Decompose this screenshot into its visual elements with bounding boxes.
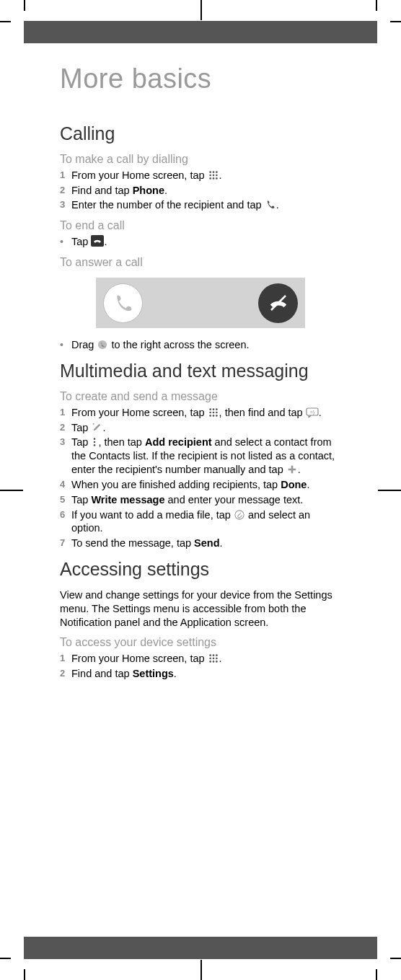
apps-grid-icon xyxy=(208,653,219,663)
step-text: Find and tap Phone. xyxy=(71,184,341,198)
step-text: Find and tap Settings. xyxy=(71,667,341,681)
step-text: Tap . xyxy=(71,421,341,435)
subheading-end-call: To end a call xyxy=(60,219,341,232)
svg-point-31 xyxy=(216,655,218,657)
crop-mark xyxy=(0,958,11,959)
subheading-dialling: To make a call by dialling xyxy=(60,153,341,166)
step-row: 6 If you want to add a media file, tap a… xyxy=(60,508,341,536)
step-number: 3 xyxy=(60,198,71,212)
subheading-create-message: To create and send a message xyxy=(60,390,341,403)
step-row: 1 From your Home screen, tap . xyxy=(60,169,341,182)
header-bar xyxy=(24,21,377,43)
step-text: From your Home screen, tap . xyxy=(71,652,341,666)
plus-icon xyxy=(286,464,298,474)
steps-access-settings: 1 From your Home screen, tap . 2 Find an… xyxy=(60,652,341,681)
svg-point-2 xyxy=(216,171,218,173)
drag-handle-icon xyxy=(97,340,108,350)
answer-call-figure xyxy=(60,278,341,328)
page-content: More basics Calling To make a call by di… xyxy=(24,43,377,937)
settings-paragraph: View and change settings for your device… xyxy=(60,588,341,630)
svg-point-35 xyxy=(209,661,211,663)
step-text: Tap , then tap Add recipient and select … xyxy=(71,436,341,477)
messaging-app-icon: =) xyxy=(306,407,319,418)
svg-point-7 xyxy=(212,177,214,180)
svg-point-20 xyxy=(216,415,218,417)
svg-point-36 xyxy=(212,661,214,663)
crop-mark xyxy=(378,490,401,491)
answer-call-slider xyxy=(96,278,305,328)
crop-mark xyxy=(376,0,377,11)
svg-point-3 xyxy=(209,174,211,176)
svg-point-19 xyxy=(212,415,214,417)
svg-point-34 xyxy=(216,658,218,660)
svg-point-12 xyxy=(209,408,211,410)
call-icon xyxy=(265,200,276,210)
steps-create-message: 1 From your Home screen, tap , then find… xyxy=(60,406,341,550)
svg-point-5 xyxy=(216,174,218,176)
step-number: 1 xyxy=(60,169,71,182)
bullet-row: Tap . xyxy=(60,235,341,249)
svg-point-30 xyxy=(212,655,214,657)
bullet-text: Tap . xyxy=(71,235,341,249)
answer-button-icon xyxy=(103,283,143,323)
svg-point-14 xyxy=(216,408,218,410)
crop-mark xyxy=(376,969,377,980)
step-number: 2 xyxy=(60,184,71,198)
crop-mark xyxy=(0,21,11,22)
svg-point-29 xyxy=(209,655,211,657)
bullets-end-call: Tap . xyxy=(60,235,341,249)
step-row: 1 From your Home screen, tap . xyxy=(60,652,341,666)
steps-dialling: 1 From your Home screen, tap . 2 Find an… xyxy=(60,169,341,213)
svg-point-13 xyxy=(212,408,214,410)
step-row: 3 Tap , then tap Add recipient and selec… xyxy=(60,436,341,477)
step-row: 7 To send the message, tap Send. xyxy=(60,537,341,550)
apps-grid-icon xyxy=(208,407,219,418)
step-number: 6 xyxy=(60,508,71,536)
svg-point-15 xyxy=(209,411,211,413)
bullets-answer-call: Drag to the right across the screen. xyxy=(60,338,341,352)
svg-point-0 xyxy=(209,171,211,173)
step-text: Tap Write message and enter your message… xyxy=(71,493,341,507)
new-message-icon xyxy=(91,423,102,433)
step-row: 2 Tap . xyxy=(60,421,341,435)
step-text: Enter the number of the recipient and ta… xyxy=(71,198,341,212)
subheading-access-settings: To access your device settings xyxy=(60,636,341,649)
section-heading-settings: Accessing settings xyxy=(60,559,341,580)
attachment-icon xyxy=(234,510,245,520)
svg-point-23 xyxy=(94,438,96,441)
svg-point-6 xyxy=(209,177,211,180)
svg-point-24 xyxy=(94,441,96,443)
crop-mark xyxy=(0,490,23,491)
svg-point-37 xyxy=(216,661,218,663)
step-row: 3 Enter the number of the recipient and … xyxy=(60,198,341,212)
step-number: 5 xyxy=(60,493,71,507)
step-number: 2 xyxy=(60,667,71,681)
step-row: 4 When you are finished adding recipient… xyxy=(60,478,341,492)
bullet-row: Drag to the right across the screen. xyxy=(60,338,341,352)
svg-point-32 xyxy=(209,658,211,660)
step-text: If you want to add a media file, tap and… xyxy=(71,508,341,536)
crop-mark xyxy=(200,0,202,20)
step-row: 1 From your Home screen, tap , then find… xyxy=(60,406,341,420)
svg-point-16 xyxy=(212,411,214,413)
step-number: 1 xyxy=(60,652,71,666)
step-text: To send the message, tap Send. xyxy=(71,537,341,550)
svg-point-8 xyxy=(216,177,218,180)
crop-mark xyxy=(390,21,401,22)
crop-mark xyxy=(24,969,25,980)
section-heading-calling: Calling xyxy=(60,123,341,144)
page-title: More basics xyxy=(60,63,341,94)
svg-point-1 xyxy=(212,171,214,173)
subheading-answer-call: To answer a call xyxy=(60,256,341,269)
svg-point-17 xyxy=(216,411,218,413)
crop-mark xyxy=(390,958,401,959)
step-number: 2 xyxy=(60,421,71,435)
section-heading-messaging: Multimedia and text messaging xyxy=(60,361,341,381)
menu-overflow-icon xyxy=(91,437,98,447)
step-row: 2 Find and tap Settings. xyxy=(60,667,341,681)
step-number: 7 xyxy=(60,537,71,550)
end-call-icon xyxy=(91,235,104,247)
svg-point-25 xyxy=(94,444,96,446)
step-text: When you are finished adding recipients,… xyxy=(71,478,341,492)
apps-grid-icon xyxy=(208,170,219,180)
